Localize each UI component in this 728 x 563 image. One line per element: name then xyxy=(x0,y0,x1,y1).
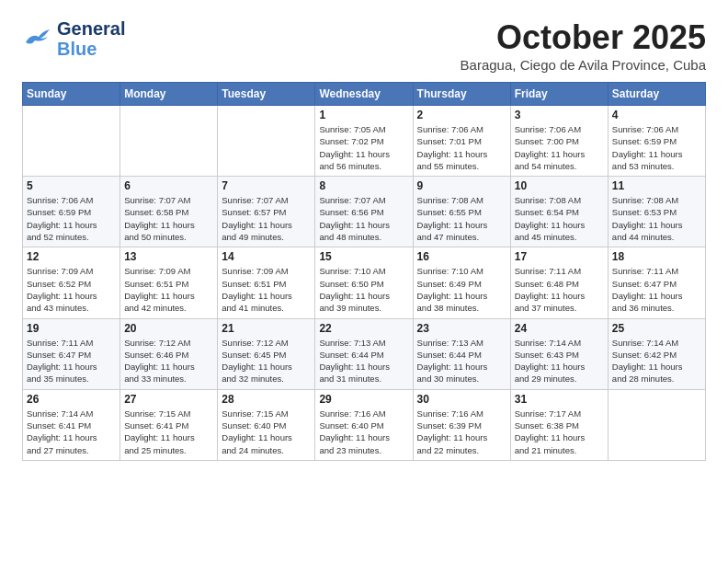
day-number: 29 xyxy=(319,393,408,406)
calendar-day-cell: 27Sunrise: 7:15 AM Sunset: 6:41 PM Dayli… xyxy=(120,389,218,460)
calendar-day-cell: 10Sunrise: 7:08 AM Sunset: 6:54 PM Dayli… xyxy=(510,177,608,247)
day-number: 31 xyxy=(515,393,604,406)
calendar-day-cell: 3Sunrise: 7:06 AM Sunset: 7:00 PM Daylig… xyxy=(510,106,608,177)
calendar-day-cell: 14Sunrise: 7:09 AM Sunset: 6:51 PM Dayli… xyxy=(218,247,315,318)
calendar-day-cell xyxy=(218,106,315,177)
day-number: 19 xyxy=(27,322,116,335)
day-info: Sunrise: 7:13 AM Sunset: 6:44 PM Dayligh… xyxy=(319,337,408,385)
day-info: Sunrise: 7:09 AM Sunset: 6:51 PM Dayligh… xyxy=(222,265,311,314)
day-info: Sunrise: 7:07 AM Sunset: 6:56 PM Dayligh… xyxy=(319,194,408,243)
calendar-day-cell: 26Sunrise: 7:14 AM Sunset: 6:41 PM Dayli… xyxy=(23,389,120,460)
day-info: Sunrise: 7:09 AM Sunset: 6:52 PM Dayligh… xyxy=(27,265,116,314)
day-info: Sunrise: 7:16 AM Sunset: 6:39 PM Dayligh… xyxy=(417,408,506,456)
calendar-day-cell: 2Sunrise: 7:06 AM Sunset: 7:01 PM Daylig… xyxy=(413,106,510,177)
day-number: 11 xyxy=(612,179,701,192)
month-title: October 2025 Baragua, Ciego de Avila Pro… xyxy=(461,18,706,73)
calendar-day-cell: 11Sunrise: 7:08 AM Sunset: 6:53 PM Dayli… xyxy=(608,177,705,247)
day-info: Sunrise: 7:15 AM Sunset: 6:40 PM Dayligh… xyxy=(222,408,311,456)
day-info: Sunrise: 7:09 AM Sunset: 6:51 PM Dayligh… xyxy=(124,265,213,314)
day-number: 28 xyxy=(222,393,311,406)
day-number: 9 xyxy=(417,179,506,192)
day-info: Sunrise: 7:14 AM Sunset: 6:41 PM Dayligh… xyxy=(27,408,116,456)
calendar-table: SundayMondayTuesdayWednesdayThursdayFrid… xyxy=(22,82,706,461)
calendar-day-cell: 9Sunrise: 7:08 AM Sunset: 6:55 PM Daylig… xyxy=(413,177,510,247)
calendar-day-header: Friday xyxy=(510,83,608,106)
calendar-day-cell: 1Sunrise: 7:05 AM Sunset: 7:02 PM Daylig… xyxy=(315,106,413,177)
calendar-week-row: 19Sunrise: 7:11 AM Sunset: 6:47 PM Dayli… xyxy=(23,318,706,389)
calendar-day-header: Thursday xyxy=(413,83,510,106)
calendar-day-cell: 29Sunrise: 7:16 AM Sunset: 6:40 PM Dayli… xyxy=(315,389,413,460)
day-number: 4 xyxy=(612,109,701,121)
day-info: Sunrise: 7:12 AM Sunset: 6:45 PM Dayligh… xyxy=(222,337,311,385)
day-number: 16 xyxy=(417,250,506,263)
day-info: Sunrise: 7:08 AM Sunset: 6:54 PM Dayligh… xyxy=(515,194,604,243)
day-number: 21 xyxy=(222,322,311,335)
day-info: Sunrise: 7:17 AM Sunset: 6:38 PM Dayligh… xyxy=(515,408,604,456)
calendar-day-cell: 12Sunrise: 7:09 AM Sunset: 6:52 PM Dayli… xyxy=(23,247,120,318)
day-info: Sunrise: 7:06 AM Sunset: 6:59 PM Dayligh… xyxy=(27,194,116,243)
calendar-day-cell: 17Sunrise: 7:11 AM Sunset: 6:48 PM Dayli… xyxy=(510,247,608,318)
calendar-day-cell xyxy=(608,389,705,460)
calendar-week-row: 1Sunrise: 7:05 AM Sunset: 7:02 PM Daylig… xyxy=(23,106,706,177)
calendar-day-cell: 16Sunrise: 7:10 AM Sunset: 6:49 PM Dayli… xyxy=(413,247,510,318)
calendar-day-cell: 15Sunrise: 7:10 AM Sunset: 6:50 PM Dayli… xyxy=(315,247,413,318)
calendar-day-header: Wednesday xyxy=(315,83,413,106)
calendar-day-cell: 19Sunrise: 7:11 AM Sunset: 6:47 PM Dayli… xyxy=(23,318,120,389)
day-info: Sunrise: 7:15 AM Sunset: 6:41 PM Dayligh… xyxy=(124,408,213,456)
calendar-day-cell: 23Sunrise: 7:13 AM Sunset: 6:44 PM Dayli… xyxy=(413,318,510,389)
day-info: Sunrise: 7:05 AM Sunset: 7:02 PM Dayligh… xyxy=(319,123,408,172)
calendar-day-cell: 28Sunrise: 7:15 AM Sunset: 6:40 PM Dayli… xyxy=(218,389,315,460)
day-number: 15 xyxy=(319,250,408,263)
day-info: Sunrise: 7:07 AM Sunset: 6:57 PM Dayligh… xyxy=(222,194,311,243)
day-info: Sunrise: 7:11 AM Sunset: 6:47 PM Dayligh… xyxy=(612,265,701,314)
day-info: Sunrise: 7:08 AM Sunset: 6:55 PM Dayligh… xyxy=(417,194,506,243)
day-number: 2 xyxy=(417,109,506,121)
day-info: Sunrise: 7:10 AM Sunset: 6:49 PM Dayligh… xyxy=(417,265,506,314)
calendar-day-cell: 13Sunrise: 7:09 AM Sunset: 6:51 PM Dayli… xyxy=(120,247,218,318)
day-number: 14 xyxy=(222,250,311,263)
day-info: Sunrise: 7:14 AM Sunset: 6:43 PM Dayligh… xyxy=(515,337,604,385)
day-number: 10 xyxy=(515,179,604,192)
calendar-day-cell: 21Sunrise: 7:12 AM Sunset: 6:45 PM Dayli… xyxy=(218,318,315,389)
calendar-day-cell xyxy=(23,106,120,177)
day-info: Sunrise: 7:16 AM Sunset: 6:40 PM Dayligh… xyxy=(319,408,408,456)
calendar-header-row: SundayMondayTuesdayWednesdayThursdayFrid… xyxy=(23,83,706,106)
day-info: Sunrise: 7:08 AM Sunset: 6:53 PM Dayligh… xyxy=(612,194,701,243)
day-info: Sunrise: 7:14 AM Sunset: 6:42 PM Dayligh… xyxy=(612,337,701,385)
day-number: 20 xyxy=(124,322,213,335)
day-number: 17 xyxy=(515,250,604,263)
calendar-day-header: Sunday xyxy=(23,83,120,106)
day-number: 1 xyxy=(319,109,408,121)
day-info: Sunrise: 7:11 AM Sunset: 6:47 PM Dayligh… xyxy=(27,337,116,385)
calendar-day-header: Tuesday xyxy=(218,83,315,106)
day-info: Sunrise: 7:10 AM Sunset: 6:50 PM Dayligh… xyxy=(319,265,408,314)
logo-bird-icon xyxy=(22,26,53,52)
calendar-day-cell: 31Sunrise: 7:17 AM Sunset: 6:38 PM Dayli… xyxy=(510,389,608,460)
calendar-day-cell: 5Sunrise: 7:06 AM Sunset: 6:59 PM Daylig… xyxy=(23,177,120,247)
calendar-week-row: 12Sunrise: 7:09 AM Sunset: 6:52 PM Dayli… xyxy=(23,247,706,318)
day-info: Sunrise: 7:12 AM Sunset: 6:46 PM Dayligh… xyxy=(124,337,213,385)
day-number: 25 xyxy=(612,322,701,335)
calendar-day-cell: 4Sunrise: 7:06 AM Sunset: 6:59 PM Daylig… xyxy=(608,106,705,177)
month-year: October 2025 xyxy=(461,18,706,57)
calendar-day-cell xyxy=(120,106,218,177)
day-number: 8 xyxy=(319,179,408,192)
calendar-week-row: 26Sunrise: 7:14 AM Sunset: 6:41 PM Dayli… xyxy=(23,389,706,460)
calendar-day-cell: 7Sunrise: 7:07 AM Sunset: 6:57 PM Daylig… xyxy=(218,177,315,247)
calendar-day-cell: 20Sunrise: 7:12 AM Sunset: 6:46 PM Dayli… xyxy=(120,318,218,389)
calendar-day-cell: 6Sunrise: 7:07 AM Sunset: 6:58 PM Daylig… xyxy=(120,177,218,247)
calendar-day-cell: 18Sunrise: 7:11 AM Sunset: 6:47 PM Dayli… xyxy=(608,247,705,318)
calendar-day-cell: 22Sunrise: 7:13 AM Sunset: 6:44 PM Dayli… xyxy=(315,318,413,389)
location: Baragua, Ciego de Avila Province, Cuba xyxy=(461,57,706,73)
logo-text-general: General xyxy=(57,18,125,39)
day-number: 30 xyxy=(417,393,506,406)
day-number: 12 xyxy=(27,250,116,263)
day-info: Sunrise: 7:06 AM Sunset: 6:59 PM Dayligh… xyxy=(612,123,701,172)
day-info: Sunrise: 7:11 AM Sunset: 6:48 PM Dayligh… xyxy=(515,265,604,314)
day-number: 24 xyxy=(515,322,604,335)
calendar-day-cell: 8Sunrise: 7:07 AM Sunset: 6:56 PM Daylig… xyxy=(315,177,413,247)
calendar-day-cell: 25Sunrise: 7:14 AM Sunset: 6:42 PM Dayli… xyxy=(608,318,705,389)
day-number: 13 xyxy=(124,250,213,263)
day-number: 27 xyxy=(124,393,213,406)
calendar-week-row: 5Sunrise: 7:06 AM Sunset: 6:59 PM Daylig… xyxy=(23,177,706,247)
